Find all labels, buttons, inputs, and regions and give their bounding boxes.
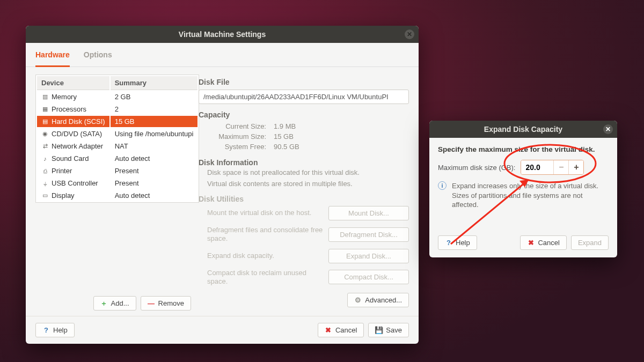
tab-hardware[interactable]: Hardware [35,50,70,67]
save-button[interactable]: 💾 Save [368,323,409,337]
capacity-grid: Current Size:1.9 MB Maximum Size:15 GB S… [199,119,409,153]
expand-dialog: Expand Disk Capacity ✕ Specify the maxim… [429,121,617,257]
help-icon: ? [445,239,452,246]
max-size-spinner: − + [521,160,584,175]
disk-info-2: Virtual disk contents are stored in mult… [199,178,409,189]
expand-confirm-button[interactable]: Expand [571,235,609,250]
device-summary: 2 GB [111,91,198,102]
device-name: Memory [52,93,77,101]
disk-util-label: Disk Utilities [199,195,409,203]
disk-file-input[interactable] [199,90,409,104]
compact-disk-button[interactable]: Compact Disk... [328,270,409,284]
add-button[interactable]: ＋ Add... [93,296,136,311]
expand-help-button[interactable]: ? Help [438,235,477,250]
help-button[interactable]: ? Help [35,323,75,337]
decrement-button[interactable]: − [553,160,568,174]
table-row[interactable]: ⎙PrinterPresent [37,165,197,176]
device-table: Device Summary ▥Memory2 GB▦Processors2▤H… [35,75,199,203]
info-icon: i [438,181,447,190]
expand-titlebar: Expand Disk Capacity ✕ [429,121,617,138]
device-summary: Using file /home/ubuntupi [111,128,198,139]
table-row[interactable]: ⏚USB ControllerPresent [37,178,197,189]
table-row[interactable]: ▭DisplayAuto detect [37,190,197,201]
minus-icon: — [148,300,155,307]
device-summary: Auto detect [111,190,198,201]
expand-cancel-button[interactable]: ✖ Cancel [520,235,566,250]
plus-icon: ＋ [100,300,108,307]
device-summary: 15 GB [111,116,198,127]
device-name: Hard Disk (SCSI) [52,117,105,125]
cd-icon: ◉ [41,130,49,138]
max-size-input[interactable] [521,160,553,174]
disk-info-1: Disk space is not preallocated for this … [199,167,409,178]
close-icon[interactable]: ✕ [405,29,414,39]
net-icon: ⇄ [41,143,49,150]
settings-footer: ? Help ✖ Cancel 💾 Save [26,316,419,344]
table-row[interactable]: ⇄Network AdapterNAT [37,141,197,152]
device-name: Sound Card [52,154,89,162]
remove-button[interactable]: — Remove [141,296,191,311]
capacity-label: Capacity [199,110,409,119]
cancel-button[interactable]: ✖ Cancel [318,323,364,337]
cancel-icon: ✖ [325,327,332,334]
disk-info-label: Disk Information [199,158,409,167]
usb-icon: ⏚ [41,180,49,187]
settings-window: Virtual Machine Settings ✕ Hardware Opti… [26,26,419,344]
settings-titlebar: Virtual Machine Settings ✕ [26,26,419,43]
device-name: Network Adapter [52,142,103,150]
gear-icon: ⚙ [354,297,362,304]
tab-options[interactable]: Options [84,50,112,67]
expand-disk-button[interactable]: Expand Disk... [328,249,409,263]
device-summary: 2 [111,104,198,115]
table-row[interactable]: ♪Sound CardAuto detect [37,153,197,164]
device-name: USB Controller [52,179,98,187]
sound-icon: ♪ [41,155,49,162]
tab-bar: Hardware Options [26,43,419,67]
increment-button[interactable]: + [568,160,583,174]
expand-subtitle: Specify the maximum size for the virtual… [438,145,609,153]
memory-icon: ▥ [41,93,49,101]
device-summary: Present [111,165,198,176]
device-name: Display [52,191,75,200]
save-icon: 💾 [375,327,383,334]
disk-file-label: Disk File [199,78,409,86]
expand-note: Expand increases only the size of a virt… [452,181,609,210]
advanced-button[interactable]: ⚙ Advanced... [347,293,409,307]
table-row[interactable]: ▥Memory2 GB [37,91,197,102]
cancel-icon: ✖ [527,239,535,246]
device-summary: Auto detect [111,153,198,164]
device-summary: Present [111,178,198,189]
device-name: CD/DVD (SATA) [52,130,102,138]
device-name: Processors [52,105,86,113]
close-icon[interactable]: ✕ [603,124,613,134]
device-name: Printer [52,167,72,175]
printer-icon: ⎙ [41,167,49,175]
defragment-disk-button[interactable]: Defragment Disk... [328,227,409,242]
mount-disk-button[interactable]: Mount Disk... [328,206,409,220]
table-row[interactable]: ▤Hard Disk (SCSI)15 GB [37,116,197,127]
col-device: Device [37,76,109,90]
settings-title: Virtual Machine Settings [179,30,266,39]
col-summary: Summary [111,76,198,90]
expand-title: Expand Disk Capacity [484,125,562,134]
hdd-icon: ▤ [41,118,49,125]
table-row[interactable]: ◉CD/DVD (SATA)Using file /home/ubuntupi [37,128,197,139]
device-summary: NAT [111,141,198,152]
cpu-icon: ▦ [41,106,49,113]
display-icon: ▭ [41,192,49,200]
help-icon: ? [42,327,50,334]
max-size-label: Maximum disk size (GB): [438,164,515,172]
table-row[interactable]: ▦Processors2 [37,104,197,115]
